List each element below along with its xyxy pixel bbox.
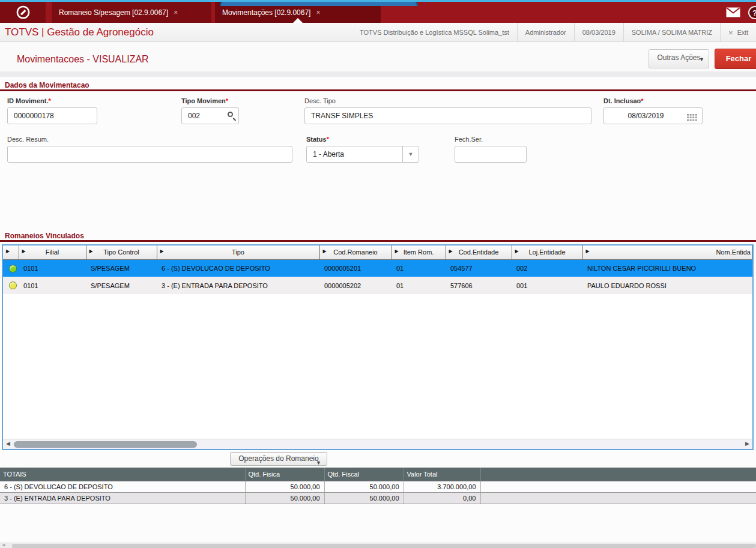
- help-icon[interactable]: ?: [748, 6, 756, 19]
- fechar-button[interactable]: Fechar: [715, 49, 756, 69]
- page-horizontal-scrollbar[interactable]: ◀: [0, 543, 756, 548]
- user-label[interactable]: Administrador: [517, 23, 574, 42]
- column-marker-icon: ▶: [449, 248, 453, 254]
- totvs-logo-block[interactable]: [0, 2, 46, 23]
- calendar-icon[interactable]: [687, 112, 697, 124]
- column-marker-icon: ▶: [323, 248, 327, 254]
- totals-header-row: TOTAIS Qtd. Fisica Qtd. Fiscal Valor Tot…: [0, 468, 756, 481]
- chevron-down-icon: ▼: [699, 52, 704, 67]
- company-label[interactable]: SOLIMA / SOLIMA MATRIZ: [623, 23, 720, 42]
- required-asterisk: *: [327, 136, 329, 143]
- cell-nom-entidade: NILTON CESAR PICCIRILLI BUENO: [582, 259, 752, 277]
- cell-tipo-control: S/PESAGEM: [86, 259, 157, 277]
- tab-label: Movimentações [02.9.0067]: [222, 8, 310, 17]
- totals-row: 6 - (S) DEVOLUCAO DE DEPOSITO 50.000,00 …: [0, 481, 756, 492]
- cell-tipo: 3 - (E) ENTRADA PARA DEPOSITO: [157, 277, 319, 294]
- envelope-glyph: [726, 7, 740, 17]
- date-label: 08/03/2019: [574, 23, 623, 42]
- fech-ser-label: Fech.Ser.: [455, 136, 483, 143]
- tipo-movimen-label: Tipo Movimen*: [181, 97, 228, 104]
- grid-col-nom-entidade[interactable]: ▶Nom.Entida: [582, 245, 752, 259]
- totals-qtd-fiscal: 50.000,00: [324, 481, 404, 492]
- operacoes-romaneio-button[interactable]: Operações do Romaneio ▼: [230, 452, 327, 466]
- operacoes-romaneio-label: Operações do Romaneio: [238, 454, 318, 463]
- cell-filial: 0101: [19, 259, 86, 277]
- cell-tipo: 6 - (S) DEVOLUCAO DE DEPOSITO: [157, 259, 319, 277]
- desc-resum-field[interactable]: [7, 146, 292, 163]
- cell-item-rom: 01: [392, 277, 446, 294]
- section-dados-rule: [0, 89, 756, 91]
- brand-title: TOTVS | Gestão de Agronegócio: [5, 23, 154, 42]
- cell-loj-entidade: 002: [512, 259, 582, 277]
- section-romaneios-title: Romaneios Vinculados: [5, 232, 84, 240]
- totals-qtd-fisica: 50.000,00: [245, 481, 324, 492]
- required-asterisk: *: [226, 97, 228, 104]
- grid-col-filial[interactable]: ▶Filial: [19, 245, 86, 259]
- grid-col-tipo-control[interactable]: ▶Tipo Control: [86, 245, 157, 259]
- page-title-bar: Movimentacoes - VISUALIZAR Outras Ações …: [0, 42, 756, 77]
- status-dot-yellow: [9, 282, 17, 289]
- page-title: Movimentacoes - VISUALIZAR: [17, 54, 149, 65]
- required-asterisk: *: [641, 97, 643, 104]
- scroll-left-icon[interactable]: ◀: [2, 543, 5, 547]
- scroll-right-icon[interactable]: ▶: [745, 441, 749, 447]
- desc-tipo-label: Desc. Tipo: [304, 97, 336, 104]
- table-row[interactable]: 0101 S/PESAGEM 6 - (S) DEVOLUCAO DE DEPO…: [3, 259, 752, 277]
- desc-tipo-field[interactable]: TRANSF SIMPLES: [304, 107, 591, 124]
- totals-table: TOTAIS Qtd. Fisica Qtd. Fiscal Valor Tot…: [0, 468, 756, 504]
- column-marker-icon: ▶: [6, 248, 10, 254]
- grid-col-tipo[interactable]: ▶Tipo: [157, 245, 319, 259]
- totals-col-qtd-fisica: Qtd. Fisica: [245, 468, 324, 481]
- grid-col-cod-romaneio[interactable]: ▶Cod.Romaneio: [319, 245, 392, 259]
- totals-col-qtd-fiscal: Qtd. Fiscal: [324, 468, 404, 481]
- totals-valor-total: 3.700.000,00: [404, 481, 480, 492]
- table-row[interactable]: 0101 S/PESAGEM 3 - (E) ENTRADA PARA DEPO…: [3, 277, 752, 294]
- grid-col-loj-entidade[interactable]: ▶Loj.Entidade: [512, 245, 582, 259]
- status-dot-green: [9, 265, 17, 272]
- totvs-app-window: Romaneio S/pesagem [02.9.0067] × Movimen…: [0, 0, 756, 548]
- dt-inclusao-field[interactable]: 08/03/2019: [603, 107, 703, 124]
- header-info-strip: TOTVS Distribuição e Logística MSSQL Sol…: [352, 23, 756, 42]
- tab-close-icon[interactable]: ×: [174, 9, 178, 16]
- tab-romaneio-spesagem[interactable]: Romaneio S/pesagem [02.9.0067] ×: [52, 2, 211, 23]
- column-marker-icon: ▶: [586, 248, 590, 254]
- totvs-logo-icon: [16, 5, 30, 19]
- tipo-movimen-field[interactable]: 002: [181, 107, 239, 124]
- status-label: Status*: [306, 136, 329, 143]
- id-moviment-field[interactable]: 0000000178: [7, 107, 97, 124]
- id-moviment-label: ID Moviment.*: [7, 97, 51, 104]
- grid-col-item-rom[interactable]: ▶Item Rom.: [392, 245, 446, 259]
- cell-cod-entidade: 054577: [446, 259, 512, 277]
- scrollbar-thumb[interactable]: [12, 544, 756, 548]
- app-header: TOTVS | Gestão de Agronegócio TOTVS Dist…: [0, 23, 756, 42]
- environment-label: TOTVS Distribuição e Logística MSSQL Sol…: [352, 23, 517, 42]
- section-romaneios-rule: [0, 240, 756, 242]
- tab-close-icon[interactable]: ×: [316, 9, 320, 16]
- cell-filial: 0101: [19, 277, 86, 294]
- totals-col-totais: TOTAIS: [0, 468, 245, 481]
- outras-acoes-label: Outras Ações: [657, 53, 700, 62]
- scroll-left-icon[interactable]: ◀: [6, 441, 10, 447]
- outras-acoes-button[interactable]: Outras Ações ▼: [649, 49, 709, 68]
- cell-tipo-control: S/PESAGEM: [86, 277, 157, 294]
- fech-ser-field[interactable]: [455, 146, 527, 163]
- grid-col-marker[interactable]: ▶: [3, 245, 19, 259]
- totals-col-valor-total: Valor Total: [404, 468, 480, 481]
- cell-cod-romaneio: 0000005201: [319, 259, 392, 277]
- column-marker-icon: ▶: [515, 248, 519, 254]
- search-icon[interactable]: [228, 112, 233, 117]
- totals-row: 3 - (E) ENTRADA PARA DEPOSITO 50.000,00 …: [0, 492, 756, 504]
- browser-top-edge: [0, 0, 756, 2]
- column-marker-icon: ▶: [395, 248, 399, 254]
- cell-loj-entidade: 001: [512, 277, 582, 294]
- exit-button[interactable]: × Exit: [720, 23, 756, 42]
- grid-horizontal-scrollbar[interactable]: ◀ ▶: [3, 439, 752, 449]
- grid-col-cod-entidade[interactable]: ▶Cod.Entidade: [446, 245, 512, 259]
- mail-icon[interactable]: [726, 7, 740, 20]
- status-select[interactable]: 1 - Aberta ▼: [306, 146, 419, 163]
- cell-cod-romaneio: 0000005202: [319, 277, 392, 294]
- scrollbar-thumb[interactable]: [14, 441, 197, 448]
- cell-cod-entidade: 577606: [446, 277, 512, 294]
- chevron-down-icon[interactable]: ▼: [402, 146, 419, 162]
- tab-label: Romaneio S/pesagem [02.9.0067]: [59, 8, 168, 17]
